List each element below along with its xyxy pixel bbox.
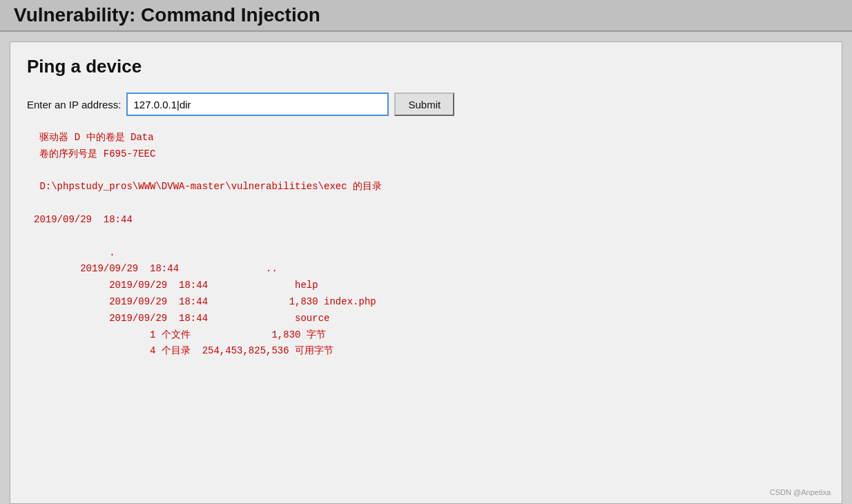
input-row: Enter an IP address: Submit — [27, 93, 825, 116]
main-container: Ping a device Enter an IP address: Submi… — [10, 41, 842, 504]
input-label: Enter an IP address: — [27, 99, 121, 110]
ip-input[interactable] — [126, 93, 389, 116]
section-title: Ping a device — [27, 56, 825, 77]
output-area: 驱动器 D 中的卷是 Data 卷的序列号是 F695-7EEC D:\phps… — [27, 130, 825, 360]
page-header: Vulnerability: Command Injection — [0, 0, 852, 32]
page-title: Vulnerability: Command Injection — [14, 4, 838, 26]
watermark: CSDN @Anpetixa — [770, 488, 831, 496]
submit-button[interactable]: Submit — [394, 93, 454, 116]
